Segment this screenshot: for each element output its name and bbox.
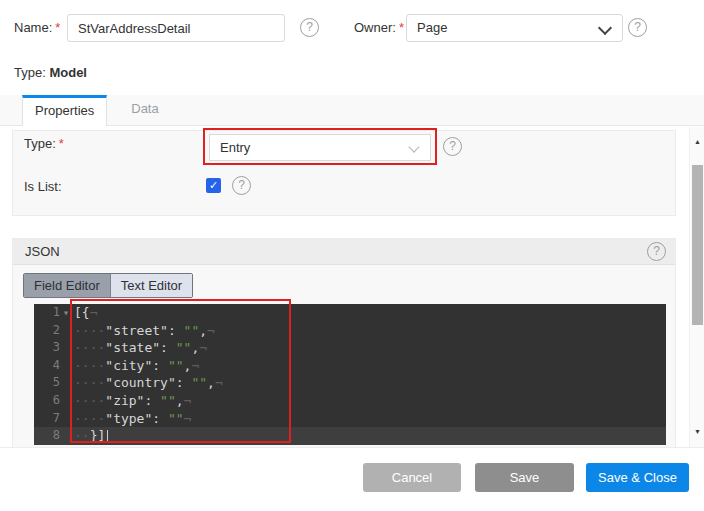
variable-type-line: Type: Model (14, 65, 87, 81)
code-text: ····"city": "",¬ (72, 357, 199, 375)
code-line-4[interactable]: 4····"city": "",¬ (34, 357, 666, 375)
footer: CancelSaveSave & Close (0, 447, 704, 511)
code-segment: "state": (105, 340, 175, 355)
code-segment: ¬ (184, 411, 192, 426)
code-text: ····"type": ""¬ (72, 410, 191, 428)
code-segment: [{ (74, 305, 90, 320)
fold-spacer (60, 410, 72, 428)
required-asterisk: * (399, 20, 404, 35)
fold-spacer (60, 322, 72, 340)
code-segment: ···· (74, 393, 105, 408)
help-icon-name[interactable]: ? (300, 18, 319, 37)
line-number: 4 (34, 357, 60, 375)
code-segment: ¬ (90, 305, 98, 320)
fold-spacer (60, 427, 72, 445)
tab-content: Type:* Entry ? Is List: ✓ ? JSON ? Field… (0, 127, 704, 447)
property-type-label: Type:* (24, 136, 64, 152)
tab-properties[interactable]: Properties (22, 95, 107, 126)
scroll-up-icon[interactable]: ▲ (690, 135, 704, 149)
code-line-2[interactable]: 2····"street": "",¬ (34, 322, 666, 340)
code-line-8[interactable]: 8··}] (34, 427, 666, 445)
code-segment: ·· (74, 428, 90, 443)
code-segment: "" (184, 323, 200, 338)
is-list-checkbox[interactable]: ✓ (206, 178, 221, 193)
code-text: ····"state": "",¬ (72, 339, 207, 357)
owner-label: Owner:* (354, 14, 404, 42)
code-segment: "city": (105, 358, 168, 373)
line-number: 7 (34, 410, 60, 428)
code-segment: "" (176, 340, 192, 355)
code-line-1[interactable]: 1▾[{¬ (34, 304, 666, 322)
code-segment: "street": (105, 323, 183, 338)
code-segment: "type": (105, 411, 168, 426)
line-number: 5 (34, 374, 60, 392)
code-segment: , (176, 393, 184, 408)
fold-spacer (60, 392, 72, 410)
code-segment: }] (90, 428, 106, 443)
save-button[interactable]: Save (475, 463, 574, 492)
scroll-down-icon[interactable]: ▼ (690, 425, 704, 439)
tab-data[interactable]: Data (107, 95, 182, 126)
code-text: ····"street": "",¬ (72, 322, 215, 340)
owner-select-value: Page (417, 20, 447, 35)
code-text: ··}] (72, 427, 108, 445)
code-segment: ¬ (215, 375, 223, 390)
required-asterisk: * (55, 20, 60, 35)
line-number: 3 (34, 339, 60, 357)
code-line-6[interactable]: 6····"zip": "",¬ (34, 392, 666, 410)
name-label: Name:* (14, 14, 60, 42)
code-editor[interactable]: 1▾[{¬2····"street": "",¬3····"state": ""… (34, 304, 666, 445)
name-owner-row: Name:* ? Owner:* Page ? (0, 14, 704, 42)
code-line-7[interactable]: 7····"type": ""¬ (34, 410, 666, 428)
chevron-down-icon (408, 141, 419, 152)
variable-editor-dialog: Name:* ? Owner:* Page ? Type: Model Prop… (0, 0, 704, 511)
code-line-5[interactable]: 5····"country": "",¬ (34, 374, 666, 392)
save-close-button[interactable]: Save & Close (586, 463, 689, 492)
tab-bar: PropertiesData (0, 95, 704, 126)
type-label: Type: (14, 65, 46, 80)
property-type-value: Entry (220, 140, 250, 155)
help-icon-property-type[interactable]: ? (443, 137, 462, 156)
is-list-label: Is List: (24, 179, 62, 195)
code-segment: "country": (105, 375, 191, 390)
required-asterisk: * (59, 136, 64, 151)
name-input[interactable] (67, 14, 285, 42)
code-segment: , (207, 375, 215, 390)
type-value: Model (49, 65, 87, 80)
code-segment: ···· (74, 375, 105, 390)
code-line-3[interactable]: 3····"state": "",¬ (34, 339, 666, 357)
fold-spacer (60, 339, 72, 357)
json-section: JSON ? Field EditorText Editor 1▾[{¬2···… (12, 238, 676, 447)
code-segment: ¬ (191, 358, 199, 373)
editor-mode-toggle: Field EditorText Editor (23, 273, 193, 298)
help-icon-owner[interactable]: ? (628, 18, 647, 37)
checkmark-icon: ✓ (209, 179, 218, 191)
text-cursor (107, 430, 108, 443)
line-number: 6 (34, 392, 60, 410)
code-segment: , (199, 323, 207, 338)
code-segment: "" (168, 358, 184, 373)
code-segment: ···· (74, 340, 105, 355)
code-segment: "" (191, 375, 207, 390)
vertical-scrollbar[interactable]: ▲ ▼ (689, 127, 704, 447)
fold-caret-icon[interactable]: ▾ (60, 304, 72, 322)
line-number: 8 (34, 427, 60, 445)
fold-spacer (60, 357, 72, 375)
field-editor-button[interactable]: Field Editor (24, 274, 111, 297)
help-icon-is-list[interactable]: ? (232, 176, 251, 195)
code-segment: "" (160, 393, 176, 408)
json-section-title: JSON (25, 239, 60, 264)
code-text: ····"country": "",¬ (72, 374, 223, 392)
scrollbar-thumb[interactable] (692, 165, 703, 325)
cancel-button[interactable]: Cancel (363, 463, 461, 492)
code-segment: ¬ (207, 323, 215, 338)
code-segment: "zip": (105, 393, 160, 408)
help-icon-json[interactable]: ? (647, 242, 666, 261)
text-editor-button[interactable]: Text Editor (111, 274, 192, 297)
code-segment: ···· (74, 411, 105, 426)
owner-select[interactable]: Page (406, 14, 623, 42)
property-type-dropdown[interactable]: Entry (209, 134, 431, 161)
line-number: 2 (34, 322, 60, 340)
code-segment: ¬ (184, 393, 192, 408)
code-segment: ···· (74, 358, 105, 373)
